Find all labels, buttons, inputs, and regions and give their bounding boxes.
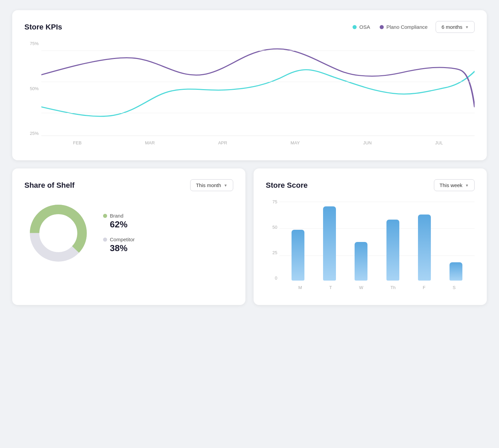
brand-label: Brand — [110, 213, 123, 219]
score-bars-body — [279, 199, 475, 281]
plano-dot — [380, 25, 384, 29]
y-label-75: 75% — [30, 41, 39, 46]
sos-legend: Brand 62% Competitor 38% — [103, 213, 135, 253]
donut-chart — [24, 199, 92, 267]
sos-dropdown-wrap: This month ▼ — [190, 179, 233, 191]
dashboard: Store KPIs OSA Plano Compliance 6 months… — [12, 10, 487, 305]
sos-title: Share of Shelf — [24, 181, 75, 190]
x-th: Th — [391, 285, 396, 290]
kpi-title: Store KPIs — [24, 23, 62, 32]
score-y-25: 25 — [273, 250, 277, 255]
x-label-mar: MAR — [145, 140, 155, 145]
x-f: F — [423, 285, 425, 290]
brand-dot — [103, 214, 107, 218]
chevron-down-icon-sos: ▼ — [224, 183, 227, 187]
y-label-50: 50% — [30, 86, 39, 91]
brand-pct: 62% — [110, 219, 135, 230]
score-title: Store Score — [266, 181, 308, 190]
score-dropdown-wrap: This week ▼ — [434, 179, 475, 191]
kpi-period-label: 6 months — [441, 24, 462, 30]
sos-header: Share of Shelf This month ▼ — [24, 179, 233, 191]
bottom-row: Share of Shelf This month ▼ — [12, 168, 487, 305]
competitor-dot — [103, 238, 107, 242]
bar-wednesday — [345, 242, 377, 281]
grid-line-mid — [41, 82, 475, 82]
competitor-label: Competitor — [110, 237, 135, 242]
x-w: W — [359, 285, 363, 290]
osa-dot — [353, 25, 357, 29]
x-label-may: MAY — [291, 140, 300, 145]
competitor-legend-row: Competitor 38% — [103, 237, 135, 253]
plano-label: Plano Compliance — [386, 24, 428, 30]
kpi-y-axis: 75% 50% 25% — [24, 41, 41, 136]
competitor-name: Competitor — [103, 237, 135, 242]
store-score-card: Store Score This week ▼ 75 50 25 0 — [254, 168, 487, 305]
bar-grid-75 — [279, 202, 475, 202]
bar-s — [450, 262, 462, 281]
x-m: M — [298, 285, 302, 290]
chevron-down-icon: ▼ — [465, 25, 469, 29]
sos-content: Brand 62% Competitor 38% — [24, 199, 233, 267]
x-t: T — [329, 285, 332, 290]
x-s: S — [453, 285, 456, 290]
score-y-50: 50 — [273, 225, 277, 230]
score-y-0: 0 — [275, 276, 277, 281]
score-y-axis: 75 50 25 0 — [266, 199, 279, 281]
osa-label: OSA — [359, 24, 370, 30]
score-period-label: This week — [440, 182, 463, 188]
share-of-shelf-card: Share of Shelf This month ▼ — [12, 168, 245, 305]
brand-legend-row: Brand 62% — [103, 213, 135, 230]
chevron-down-icon-score: ▼ — [465, 183, 469, 187]
legend-osa: OSA — [353, 24, 370, 30]
bar-th — [386, 220, 399, 281]
y-label-25: 25% — [30, 131, 39, 136]
kpi-chart-body — [41, 41, 475, 136]
x-label-apr: APR — [218, 140, 227, 145]
store-kpis-card: Store KPIs OSA Plano Compliance 6 months… — [12, 10, 487, 160]
kpi-svg — [41, 41, 475, 136]
bar-m — [292, 230, 304, 281]
donut-svg — [24, 199, 92, 267]
bar-friday — [408, 215, 440, 281]
score-header: Store Score This week ▼ — [266, 179, 475, 191]
score-y-75: 75 — [273, 199, 277, 204]
sos-period-dropdown[interactable]: This month ▼ — [190, 179, 233, 191]
competitor-pct: 38% — [110, 243, 135, 253]
legend-plano: Plano Compliance — [380, 24, 428, 30]
grid-line-top — [41, 50, 475, 51]
bar-f — [418, 215, 431, 281]
kpi-chart: 75% 50% 25% FEB MAR APR — [24, 41, 475, 149]
kpi-legend: OSA Plano Compliance — [353, 24, 427, 30]
grid-line-bot — [41, 113, 475, 113]
kpi-x-axis: FEB MAR APR MAY JUN JUL — [41, 136, 475, 149]
score-period-dropdown[interactable]: This week ▼ — [434, 179, 475, 191]
sos-period-label: This month — [196, 182, 221, 188]
score-x-axis: M T W Th F S — [279, 281, 475, 294]
bar-saturday — [440, 262, 472, 281]
kpi-period-dropdown[interactable]: 6 months ▼ — [436, 21, 475, 33]
bar-monday — [282, 230, 314, 281]
x-label-jun: JUN — [363, 140, 372, 145]
store-score-chart: 75 50 25 0 — [266, 199, 475, 294]
bar-t — [323, 206, 336, 281]
brand-name: Brand — [103, 213, 135, 219]
bar-w — [355, 242, 367, 281]
kpi-card-header: Store KPIs OSA Plano Compliance 6 months… — [24, 21, 475, 33]
x-label-jul: JUL — [435, 140, 443, 145]
bar-tuesday — [314, 206, 345, 281]
bar-thursday — [377, 220, 408, 281]
x-label-feb: FEB — [73, 140, 81, 145]
